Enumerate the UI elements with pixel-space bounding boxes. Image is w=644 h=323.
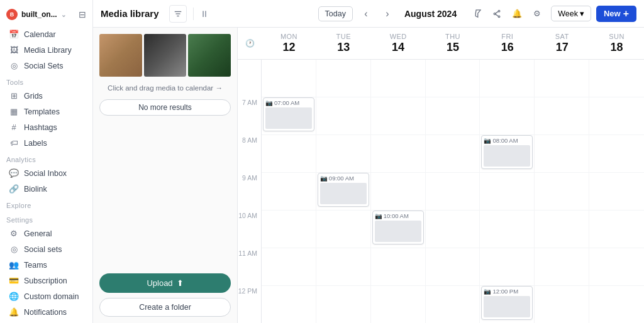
- time-row: [262, 211, 316, 248]
- brand-chevron-icon: ⌄: [61, 11, 66, 18]
- media-panel: Click and drag media to calendar → No mo…: [93, 28, 238, 323]
- media-thumb[interactable]: [188, 34, 231, 77]
- time-row: [589, 211, 644, 248]
- general-icon: ⚙: [9, 229, 19, 238]
- new-button[interactable]: New +: [596, 6, 636, 22]
- cal-header-fri: FRI 16: [480, 28, 535, 59]
- filter-icon-btn[interactable]: [468, 5, 486, 23]
- cal-day-col-sat[interactable]: [535, 60, 589, 323]
- subscription-icon: 💳: [9, 276, 19, 285]
- calendar-event[interactable]: 📷 10:00 AM: [372, 211, 424, 244]
- prev-arrow-button[interactable]: ‹: [358, 6, 374, 22]
- settings-icon-btn[interactable]: ⚙: [528, 5, 546, 23]
- timezone-header: 🕐: [238, 28, 262, 59]
- cal-day-col-mon[interactable]: 📷 07:00 AM: [262, 60, 316, 323]
- svg-line-7: [496, 11, 498, 13]
- next-arrow-button[interactable]: ›: [379, 6, 396, 22]
- calendar-area: 🕐 MON 12 TUE 13 WED 14 THU 15: [238, 28, 644, 323]
- create-folder-button[interactable]: Create a folder: [99, 298, 231, 317]
- clock-icon: 🕐: [245, 39, 255, 48]
- upload-button[interactable]: Upload ⬆: [99, 273, 231, 293]
- time-row: [262, 248, 316, 286]
- sidebar-item-social-inbox[interactable]: 💬 Social Inbox: [3, 165, 90, 181]
- time-row: [480, 60, 534, 97]
- bell-icon-btn[interactable]: 🔔: [508, 5, 526, 23]
- sidebar-item-labels[interactable]: 🏷 Labels: [3, 135, 90, 151]
- cal-day-col-thu[interactable]: [426, 60, 480, 323]
- time-row: [262, 135, 316, 173]
- cal-day-col-fri[interactable]: 📷 08:00 AM 📷 12:00 PM: [480, 60, 535, 323]
- sidebar-header: B built_on... ⌄ ⊟: [0, 5, 92, 24]
- pause-icon[interactable]: ⏸: [200, 9, 209, 19]
- sidebar-item-general[interactable]: ⚙ General: [3, 226, 90, 241]
- sidebar-item-templates[interactable]: ▦ Templates: [3, 104, 90, 119]
- time-row: [535, 286, 589, 323]
- brand-icon: B: [6, 9, 18, 20]
- cal-header-thu: THU 15: [426, 28, 480, 59]
- time-row: [316, 286, 370, 323]
- svg-marker-3: [475, 9, 480, 16]
- svg-point-4: [498, 10, 500, 12]
- page-title: Media library: [101, 8, 159, 19]
- day-name: SAT: [535, 33, 589, 40]
- sidebar-item-label: Labels: [24, 139, 47, 148]
- templates-icon: ▦: [9, 107, 19, 116]
- brand-button[interactable]: B built_on... ⌄: [6, 9, 66, 20]
- teams-icon: 👥: [9, 260, 19, 270]
- camera-icon: 📷: [265, 99, 273, 106]
- sidebar-item-subscription[interactable]: 💳 Subscription: [3, 273, 90, 288]
- calendar-event[interactable]: 📷 07:00 AM: [263, 97, 314, 131]
- notifications-icon: 🔔: [9, 307, 19, 317]
- time-row: [480, 173, 534, 211]
- event-thumbnail: [320, 183, 367, 204]
- calendar-event[interactable]: 📷 12:00 PM: [481, 286, 533, 320]
- media-thumb[interactable]: [99, 34, 142, 77]
- filter-button[interactable]: [169, 5, 187, 23]
- sidebar-item-grids[interactable]: ⊞ Grids: [3, 88, 90, 104]
- camera-icon: 📷: [484, 288, 491, 295]
- day-name: FRI: [480, 33, 535, 40]
- day-number: 14: [371, 41, 426, 54]
- sidebar-panel-icon[interactable]: ⊟: [79, 9, 86, 19]
- brand-label: built_on...: [21, 10, 57, 19]
- sidebar-item-affiliates[interactable]: ↗ Affiliates: [3, 320, 90, 323]
- cal-day-col-tue[interactable]: 📷 09:00 AM: [316, 60, 371, 323]
- new-plus-icon: +: [623, 9, 629, 19]
- month-year-label: August 2024: [404, 9, 457, 19]
- settings-section-label: Settings: [0, 211, 92, 226]
- time-row: [316, 211, 370, 248]
- calendar-icon: 📅: [9, 30, 19, 39]
- calendar-event[interactable]: 📷 09:00 AM: [318, 173, 369, 207]
- time-row: [535, 60, 589, 97]
- share-icon-btn[interactable]: [488, 5, 506, 23]
- sidebar-item-biolink[interactable]: 🔗 Biolink: [3, 181, 90, 197]
- week-dropdown-button[interactable]: Week ▾: [551, 6, 591, 21]
- sidebar-item-label: Hashtags: [24, 123, 57, 132]
- sidebar-item-hashtags[interactable]: # Hashtags: [3, 119, 90, 135]
- social-inbox-icon: 💬: [9, 168, 19, 178]
- sidebar-item-teams[interactable]: 👥 Teams: [3, 257, 90, 273]
- media-thumb[interactable]: [144, 34, 187, 77]
- cal-day-col-wed[interactable]: 📷 10:00 AM: [371, 60, 426, 323]
- cal-header-mon: MON 12: [262, 28, 316, 59]
- sidebar-item-custom-domain[interactable]: 🌐 Custom domain: [3, 288, 90, 304]
- cal-day-col-sun[interactable]: [589, 60, 644, 323]
- sidebar-icon-group: ⊟: [79, 9, 86, 19]
- sidebar-item-social-sets-settings[interactable]: ◎ Social sets: [3, 241, 90, 257]
- day-number: 18: [589, 41, 644, 54]
- sidebar-item-label: Calendar: [24, 30, 56, 39]
- sidebar-item-calendar[interactable]: 📅 Calendar: [3, 26, 90, 42]
- calendar-event[interactable]: 📷 08:00 AM: [481, 135, 533, 169]
- cal-header-sat: SAT 17: [535, 28, 589, 59]
- today-button[interactable]: Today: [318, 6, 353, 21]
- week-label: Week: [558, 9, 578, 18]
- time-labels: 7 AM 8 AM 9 AM 10 AM 11 AM 12 PM 1 PM: [238, 60, 262, 323]
- time-row: [262, 60, 316, 97]
- drag-hint: Click and drag media to calendar →: [99, 82, 231, 94]
- sidebar-item-social-sets[interactable]: ◎ Social Sets: [3, 58, 90, 74]
- topbar: Media library ⏸ Today ‹ › August 2024 🔔 …: [93, 0, 644, 28]
- sidebar-item-media-library[interactable]: 🖼 Media Library: [3, 42, 90, 58]
- sidebar-item-notifications[interactable]: 🔔 Notifications: [3, 304, 90, 320]
- camera-icon: 📷: [484, 137, 491, 144]
- no-more-results-button[interactable]: No more results: [99, 99, 231, 116]
